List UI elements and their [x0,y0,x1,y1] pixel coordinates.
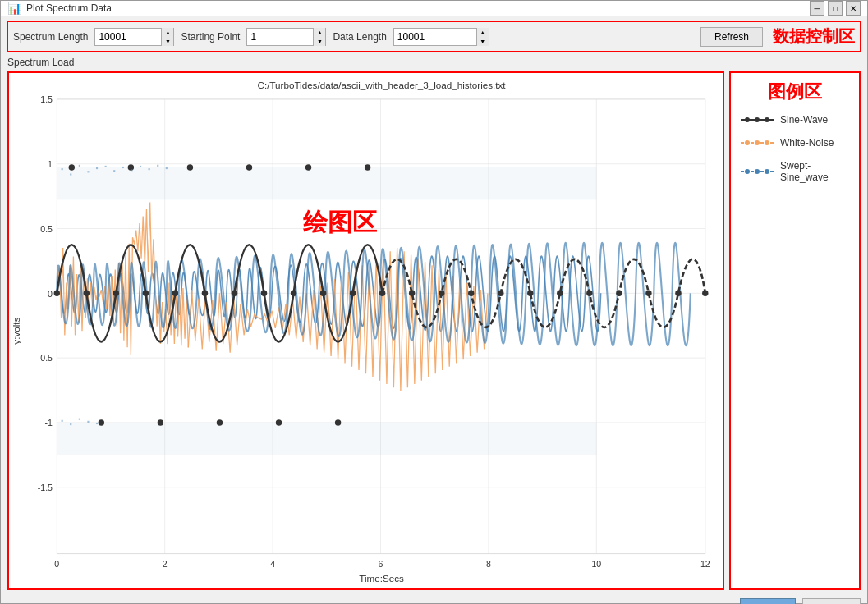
svg-point-34 [84,291,90,296]
svg-rect-74 [122,167,124,168]
data-length-label: Data Length [333,31,386,43]
svg-point-43 [350,291,356,296]
svg-point-38 [202,291,208,296]
svg-text:0: 0 [48,289,53,299]
starting-point-input[interactable] [247,29,313,45]
svg-rect-67 [62,168,63,170]
svg-rect-70 [87,171,89,172]
chart-title: C:/TurboTides/data/ascii_with_header_3_l… [258,80,507,90]
plot-chinese-label: 绘图区 [302,208,377,236]
svg-point-50 [217,419,223,425]
minimize-button[interactable]: ─ [810,1,824,16]
svg-point-33 [54,291,60,296]
ok-button[interactable]: OK [740,598,795,604]
spectrum-load-label: Spectrum Load [7,57,861,68]
svg-text:10: 10 [591,559,601,569]
svg-point-95 [755,169,760,174]
svg-point-53 [305,164,311,170]
svg-point-51 [246,164,252,170]
svg-rect-81 [70,423,71,425]
titlebar-left: 📊 Plot Spectrum Data [7,2,112,15]
svg-rect-83 [87,421,89,423]
legend-line-swept [741,171,774,172]
bottom-bar: OK Cancel [7,593,861,604]
svg-text:1.5: 1.5 [40,94,53,104]
svg-point-64 [645,291,651,296]
svg-text:6: 6 [379,559,383,569]
chart-area: C:/TurboTides/data/ascii_with_header_3_l… [7,71,861,590]
svg-rect-69 [79,165,80,167]
y-axis-label: y:volts [11,317,21,344]
svg-point-88 [765,117,769,122]
window-icon: 📊 [7,2,21,15]
control-bar: Spectrum Length ▲ ▼ Starting Point ▲ ▼ D… [7,21,861,52]
svg-point-56 [409,291,415,296]
svg-point-62 [586,291,592,296]
svg-rect-78 [157,165,158,167]
svg-text:-1: -1 [45,418,53,428]
plot-region: C:/TurboTides/data/ascii_with_header_3_l… [7,71,724,590]
starting-point-label: Starting Point [181,31,240,43]
svg-rect-68 [70,173,71,175]
spectrum-length-spin: ▲ ▼ [161,28,173,46]
svg-point-46 [99,419,104,425]
starting-point-up[interactable]: ▲ [314,28,325,37]
svg-point-40 [261,291,267,296]
svg-point-36 [143,291,149,296]
svg-point-91 [755,140,760,145]
svg-point-58 [468,291,474,296]
legend-item-sine: Sine-Wave [741,114,849,126]
cancel-button[interactable]: Cancel [802,598,861,604]
maximize-button[interactable]: □ [828,1,843,16]
main-content: Spectrum Length ▲ ▼ Starting Point ▲ ▼ D… [1,16,867,604]
svg-rect-32 [57,423,596,455]
titlebar-controls: ─ □ ✕ [810,1,861,16]
svg-point-86 [745,117,750,122]
spectrum-length-down[interactable]: ▼ [162,37,173,46]
starting-point-down[interactable]: ▼ [314,37,325,46]
data-length-spin: ▲ ▼ [476,28,489,46]
svg-point-47 [128,164,134,170]
data-length-down[interactable]: ▼ [477,37,489,46]
spectrum-length-label: Spectrum Length [13,31,88,43]
svg-point-41 [291,291,296,296]
data-length-up[interactable]: ▲ [477,28,489,37]
svg-point-63 [616,291,622,296]
legend-line-noise-svg [741,137,774,149]
svg-rect-76 [140,166,141,167]
svg-point-65 [675,291,681,296]
legend-line-sine [741,119,774,121]
svg-text:2: 2 [163,559,168,569]
svg-rect-75 [131,169,132,171]
svg-point-48 [158,419,163,425]
svg-point-61 [557,291,563,296]
close-button[interactable]: ✕ [846,1,861,16]
svg-point-37 [172,291,178,296]
svg-point-54 [335,419,341,425]
chart-svg: C:/TurboTides/data/ascii_with_header_3_l… [9,73,723,588]
svg-point-52 [276,419,282,425]
spectrum-length-input[interactable] [95,29,161,45]
svg-text:8: 8 [486,559,491,569]
svg-rect-31 [57,167,596,199]
legend-region: 图例区 Sine-Wave [729,71,861,590]
legend-line-noise [741,142,774,144]
svg-rect-71 [96,167,98,169]
data-length-input-wrap: ▲ ▼ [393,28,489,46]
refresh-button[interactable]: Refresh [700,27,763,47]
main-window: 📊 Plot Spectrum Data ─ □ ✕ Spectrum Leng… [0,0,868,604]
spectrum-length-up[interactable]: ▲ [162,28,173,37]
legend-item-noise: White-Noise [741,137,849,149]
data-length-input[interactable] [394,29,476,45]
svg-rect-79 [166,167,168,169]
svg-point-66 [702,291,708,296]
svg-text:4: 4 [270,559,275,569]
svg-point-90 [745,140,750,145]
svg-point-92 [765,140,769,145]
legend-item-swept: Swept-Sine_wave [741,160,849,183]
svg-text:1: 1 [48,159,53,169]
svg-text:12: 12 [700,559,710,569]
legend-label-swept: Swept-Sine_wave [780,160,849,183]
svg-text:-0.5: -0.5 [38,353,53,363]
svg-point-49 [187,164,193,170]
